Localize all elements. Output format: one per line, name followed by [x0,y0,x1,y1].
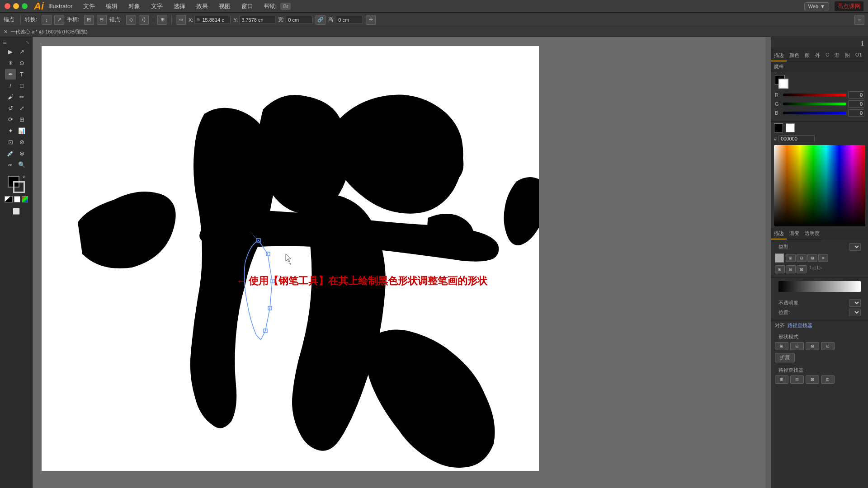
menu-object[interactable]: 对象 [127,1,142,11]
tab-close-btn[interactable]: ✕ [4,29,8,35]
lasso-tool[interactable]: ⊙ [16,57,27,68]
vertical-scrollbar[interactable] [765,37,771,488]
connect-btn[interactable]: ⇔ [176,15,186,25]
menu-edit[interactable]: 编辑 [104,1,119,11]
pencil-tool[interactable]: ✏ [16,91,27,102]
pf-btn-3[interactable]: ⊠ [806,375,819,384]
scale-tool[interactable]: ⤢ [16,103,27,113]
menu-select[interactable]: 选择 [172,1,187,11]
pf-btn-2[interactable]: ⊟ [790,375,804,384]
close-button[interactable] [5,3,10,9]
pf-btn-4[interactable]: ⊡ [821,375,835,384]
menu-view[interactable]: 视图 [217,1,232,11]
hex-input[interactable] [778,135,815,142]
menu-file[interactable]: 文件 [81,1,97,11]
x-input[interactable] [194,16,231,24]
color-spectrum[interactable] [774,145,865,226]
stroke-style-4[interactable]: ≡ [818,254,828,262]
column-graph-tool[interactable]: 📊 [16,125,27,136]
zoom-tool[interactable]: 🔍 [16,159,27,170]
info-icon[interactable]: ℹ [859,38,865,49]
stroke-color-swatch[interactable] [778,79,788,89]
symbol-tool[interactable]: ✦ [5,125,16,136]
paintbrush-tool[interactable]: 🖌 [5,91,16,102]
b-input[interactable] [848,109,864,117]
b-slider[interactable] [783,112,846,114]
gradient-fill-btn[interactable] [22,196,28,202]
subtab-opacity[interactable]: 透明度 [802,228,822,239]
fill-stroke-swatches[interactable]: ⊘ [8,176,25,193]
subtab-stroke[interactable]: 描边 [771,228,787,239]
tab-color[interactable]: 颜色 [787,50,802,61]
warp-tool[interactable]: ⟳ [5,114,16,125]
menu-help[interactable]: 帮助 [262,1,278,11]
stroke-type-select[interactable] [849,243,861,251]
line-tool[interactable]: / [5,80,16,91]
slice-tool[interactable]: ⊘ [16,136,27,147]
pf-btn-1[interactable]: ⊞ [775,375,788,384]
tab-gradient[interactable]: 渐 [832,50,842,61]
width-input[interactable] [286,16,313,24]
subtab-gradient[interactable]: 渐变 [787,228,802,239]
shape-minus-btn[interactable]: ⊟ [790,342,804,350]
handle-btn-1[interactable]: ⊞ [84,15,94,25]
link-proportions-btn[interactable]: 🔗 [316,15,326,25]
g-slider[interactable] [783,103,846,105]
color-mode-btn[interactable] [5,196,13,202]
br-button[interactable]: Br [280,3,291,10]
expand-button[interactable]: 扩展 [775,353,795,362]
rotate-tool[interactable]: ↺ [5,103,16,113]
type-tool[interactable]: T [16,69,27,80]
tab-o1[interactable]: O1 [853,50,865,61]
pen-tool[interactable]: ✒ [5,69,16,80]
none-fill-btn[interactable] [14,196,20,202]
menu-window[interactable]: 窗口 [240,1,255,11]
transform-btn-1[interactable]: ↕ [42,15,52,25]
stroke-style-2[interactable]: ⊟ [797,254,807,262]
shape-unite-btn[interactable]: ⊞ [775,342,788,350]
menu-effect[interactable]: 效果 [194,1,210,11]
r-slider[interactable] [783,94,846,96]
fullscreen-button[interactable] [22,3,28,9]
minimize-button[interactable] [13,3,19,9]
direct-selection-tool[interactable]: ↗ [16,46,27,57]
y-input[interactable] [239,16,275,24]
rect-tool[interactable]: □ [16,80,27,91]
artboard-tool[interactable]: ⊡ [5,136,16,147]
height-input[interactable] [336,16,363,24]
tab-tu[interactable]: 图 [842,50,853,61]
stroke-style-1[interactable]: ⊞ [786,254,796,262]
magic-wand-tool[interactable]: ✳ [5,57,16,68]
free-transform-tool[interactable]: ⊞ [16,114,27,125]
gradient-bar[interactable] [778,281,861,292]
blend-tool[interactable]: ∞ [5,159,16,170]
eyedropper-tool[interactable]: 💉 [5,148,16,159]
canvas-area[interactable]: * ← 使用【钢笔工具】在其上绘制黑色形状调整笔画的形状 [33,37,771,488]
handle-btn-2[interactable]: ⊟ [97,15,107,25]
transform-btn-2[interactable]: ↗ [54,15,64,25]
white-swatch[interactable] [786,123,795,132]
g-input[interactable] [848,100,864,108]
tab-stroke[interactable]: 描边 [771,50,787,61]
r-input[interactable] [848,91,864,99]
black-swatch[interactable] [774,123,783,132]
mesh-tool[interactable]: ⊗ [16,148,27,159]
screen-mode-btn[interactable]: ⬜ [5,206,27,216]
stroke-style-3[interactable]: ⊠ [807,254,817,262]
align-right-btn[interactable]: ⊠ [797,265,807,273]
anchor-convert-btn[interactable]: ⟨⟩ [139,15,149,25]
align-left-btn[interactable]: ⊞ [775,265,785,273]
path-finder-label[interactable]: 路径查找器 [788,322,812,329]
view-options-btn[interactable]: ⊞ [157,15,167,25]
tab-label[interactable]: 一代酱心.ai* @ 1600% (RGB/预览) [10,28,88,35]
color-picker-gradient[interactable] [774,145,865,226]
menu-text[interactable]: 文字 [149,1,165,11]
opacity-select[interactable] [849,299,861,307]
tab-wai[interactable]: 外 [812,50,823,61]
panel-options-btn[interactable]: ≡ [854,15,864,25]
transform-options-btn[interactable]: ✛ [366,15,376,25]
shape-exclude-btn[interactable]: ⊡ [821,342,835,350]
selection-tool[interactable]: ▶ [5,46,16,57]
tab-yan[interactable]: 颜 [802,50,812,61]
stroke-swatch[interactable] [13,181,25,193]
